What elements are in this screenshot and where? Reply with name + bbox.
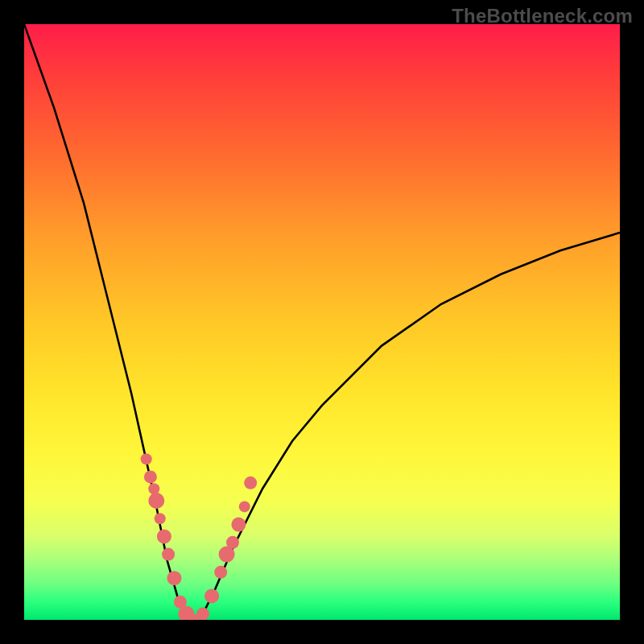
sample-dot (244, 477, 257, 489)
chart-overlay (24, 24, 620, 620)
sample-dot (141, 453, 152, 464)
chart-frame: TheBottleneck.com (0, 0, 644, 644)
sample-dot (162, 548, 175, 561)
sample-dot (148, 493, 164, 509)
sample-dot (148, 483, 159, 494)
sample-dot (204, 588, 219, 603)
sample-dot (157, 529, 171, 543)
sample-dot (239, 501, 250, 512)
sample-dot (155, 513, 166, 524)
sample-dot (214, 566, 227, 579)
sample-dot (231, 518, 246, 532)
sample-dot (226, 536, 239, 549)
sample-dot (196, 608, 209, 620)
plot-area (24, 24, 620, 620)
sample-dot (144, 470, 157, 483)
watermark-text: TheBottleneck.com (452, 5, 633, 27)
bottleneck-curve (24, 24, 620, 620)
sample-dot (167, 571, 182, 585)
